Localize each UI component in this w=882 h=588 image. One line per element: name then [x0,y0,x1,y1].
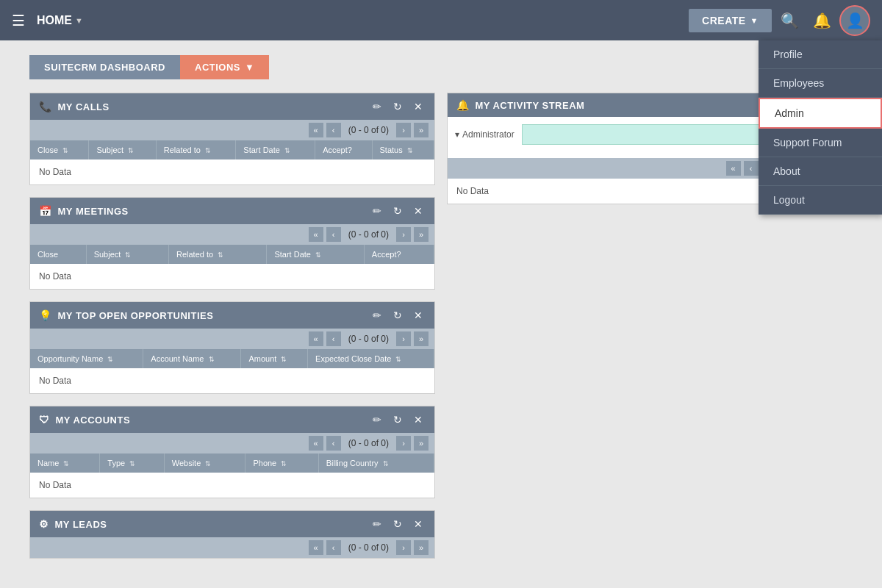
sort-icon: ⇅ [281,356,287,363]
avatar-button[interactable]: 👤 [839,5,870,36]
opportunities-refresh-button[interactable]: ↻ [390,308,405,323]
accounts-refresh-button[interactable]: ↻ [390,412,405,427]
meetings-pagination: « ‹ (0 - 0 of 0) › » [30,224,434,245]
leads-close-button[interactable]: ✕ [411,517,426,531]
calls-refresh-button[interactable]: ↻ [390,99,405,114]
my-opportunities-title: MY TOP OPEN OPPORTUNITIES [58,310,214,321]
calls-close-button[interactable]: ✕ [411,99,426,114]
search-icon: 🔍 [781,12,799,29]
leads-edit-button[interactable]: ✏ [370,517,384,531]
opp-last-page[interactable]: » [414,331,429,346]
opp-col-close-date: Expected Close Date ⇅ [308,349,434,368]
calls-edit-button[interactable]: ✏ [370,99,384,114]
my-leads-widget: ⚙ MY LEADS ✏ ↻ ✕ « ‹ (0 - 0 of 0) › » [29,510,435,559]
accounts-pagination: « ‹ (0 - 0 of 0) › » [30,433,434,453]
my-calls-header: 📞 MY CALLS ✏ ↻ ✕ [30,93,434,120]
sort-icon: ⇅ [205,147,211,154]
acc-col-website: Website ⇅ [164,453,245,473]
sort-icon: ⇅ [407,147,413,154]
leads-prev-page[interactable]: ‹ [326,540,341,555]
calls-last-page[interactable]: » [414,123,429,137]
notifications-button[interactable]: 🔔 [807,6,836,35]
sort-icon: ⇅ [284,147,290,154]
acc-no-data: No Data [30,473,434,498]
menu-item-employees[interactable]: Employees [759,69,882,98]
meetings-edit-button[interactable]: ✏ [370,204,384,218]
acc-page-count: (0 - 0 of 0) [344,438,393,448]
my-meetings-header: 📅 MY MEETINGS ✏ ↻ ✕ [30,198,434,224]
hamburger-icon[interactable]: ☰ [12,12,25,29]
sort-icon: ⇅ [395,356,401,363]
sort-icon: ⇅ [281,460,287,467]
search-button[interactable]: 🔍 [775,6,804,35]
menu-item-admin[interactable]: Admin [759,98,882,129]
meetings-icon: 📅 [39,205,52,217]
menu-item-support-forum[interactable]: Support Forum [759,129,882,157]
menu-item-logout[interactable]: Logout [759,186,882,215]
opportunities-close-button[interactable]: ✕ [411,308,426,323]
meetings-first-page[interactable]: « [309,227,323,242]
meetings-last-page[interactable]: » [414,227,429,242]
acc-last-page[interactable]: » [414,436,429,451]
opp-prev-page[interactable]: ‹ [326,331,341,346]
activity-prev-page[interactable]: ‹ [744,161,759,176]
acc-prev-page[interactable]: ‹ [326,436,341,451]
calls-col-start-date: Start Date ⇅ [236,140,315,159]
suitecrm-dashboard-tab[interactable]: SUITECRM DASHBOARD [29,55,180,79]
actions-caret-icon: ▼ [245,62,254,73]
calls-first-page[interactable]: « [309,123,323,137]
opportunities-edit-button[interactable]: ✏ [370,308,384,323]
home-menu[interactable]: HOME ▼ [37,14,83,27]
calls-next-page[interactable]: › [396,123,411,137]
main-content: SUITECRM DASHBOARD ACTIONS ▼ 📞 MY CALLS … [0,40,882,588]
actions-button[interactable]: ACTIONS ▼ [180,55,269,79]
bell-icon: 🔔 [813,12,831,29]
meetings-close-button[interactable]: ✕ [411,204,426,218]
create-button[interactable]: CREATE ▼ [689,9,772,32]
leads-first-page[interactable]: « [309,540,323,555]
acc-col-billing: Billing Country ⇅ [318,453,434,473]
sort-icon: ⇅ [383,460,389,467]
acc-first-page[interactable]: « [309,436,323,451]
my-calls-title: MY CALLS [58,101,110,112]
leads-pagination: « ‹ (0 - 0 of 0) › » [30,537,434,558]
calls-no-data: No Data [30,159,434,184]
meetings-page-count: (0 - 0 of 0) [344,229,393,240]
sort-icon: ⇅ [63,460,69,467]
meetings-next-page[interactable]: › [396,227,411,242]
leads-refresh-button[interactable]: ↻ [390,517,405,531]
avatar-icon: 👤 [846,12,864,29]
meetings-refresh-button[interactable]: ↻ [390,204,405,218]
sort-icon: ⇅ [209,356,215,363]
my-accounts-header: 🛡 MY ACCOUNTS ✏ ↻ ✕ [30,406,434,433]
leads-last-page[interactable]: » [414,540,429,555]
menu-item-profile[interactable]: Profile [759,40,882,69]
my-leads-title: MY LEADS [55,519,107,530]
sort-icon: ⇅ [62,147,68,154]
calls-col-related: Related to ⇅ [156,140,236,159]
my-opportunities-header: 💡 MY TOP OPEN OPPORTUNITIES ✏ ↻ ✕ [30,302,434,329]
calls-table: Close ⇅ Subject ⇅ Related to ⇅ Start Dat… [30,140,434,159]
leads-next-page[interactable]: › [396,540,411,555]
meetings-col-subject: Subject ⇅ [86,245,168,264]
left-column: 📞 MY CALLS ✏ ↻ ✕ « ‹ (0 - 0 of 0) › » [29,93,435,559]
calls-col-accept: Accept? [315,140,372,159]
accounts-edit-button[interactable]: ✏ [370,412,384,427]
activity-icon: 🔔 [456,99,470,111]
opportunities-icon: 💡 [39,309,52,321]
menu-item-about[interactable]: About [759,157,882,186]
calls-prev-page[interactable]: ‹ [326,123,341,137]
accounts-close-button[interactable]: ✕ [411,412,426,427]
opp-first-page[interactable]: « [309,331,323,346]
activity-first-page[interactable]: « [726,161,741,176]
acc-next-page[interactable]: › [396,436,411,451]
meetings-prev-page[interactable]: ‹ [326,227,341,242]
my-meetings-title: MY MEETINGS [58,206,129,217]
opp-col-account: Account Name ⇅ [143,349,241,368]
opp-next-page[interactable]: › [396,331,411,346]
actions-label: ACTIONS [195,62,240,73]
my-calls-widget: 📞 MY CALLS ✏ ↻ ✕ « ‹ (0 - 0 of 0) › » [29,93,435,185]
opportunities-pagination: « ‹ (0 - 0 of 0) › » [30,329,434,349]
meetings-no-data: No Data [30,264,434,289]
opportunities-table: Opportunity Name ⇅ Account Name ⇅ Amount… [30,349,434,368]
